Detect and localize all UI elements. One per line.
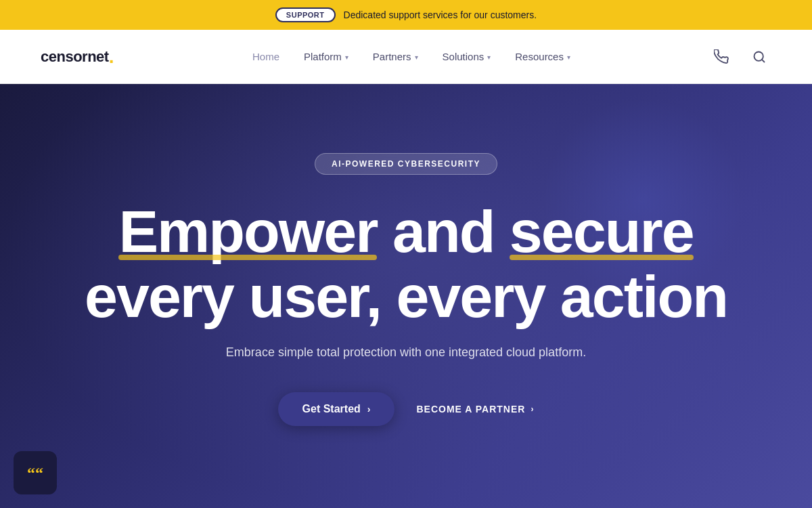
- hero-title-line2: every user, every action: [85, 267, 727, 326]
- nav-item-resources[interactable]: Resources ▾: [515, 51, 570, 62]
- search-button[interactable]: [747, 45, 771, 69]
- hero-cta-group: Get Started › BECOME A PARTNER ›: [278, 392, 535, 426]
- chevron-down-icon: ▾: [345, 54, 348, 61]
- announcement-bar: SUPPORT Dedicated support services for o…: [0, 0, 812, 30]
- nav-icon-group: [709, 45, 771, 69]
- hero-title: Empower and secure every user, every act…: [85, 202, 727, 326]
- logo-text: censornet: [41, 48, 109, 66]
- navbar: censornet. Home Platform ▾ Partners ▾ So…: [0, 30, 812, 84]
- support-badge[interactable]: SUPPORT: [275, 7, 336, 22]
- hero-word-empower: Empower: [118, 202, 377, 261]
- nav-menu: Home Platform ▾ Partners ▾ Solutions ▾ R…: [252, 51, 570, 62]
- announcement-text: Dedicated support services for our custo…: [344, 9, 537, 20]
- become-partner-button[interactable]: BECOME A PARTNER ›: [416, 404, 534, 415]
- hero-section: AI-POWERED CYBERSECURITY Empower and sec…: [0, 84, 812, 508]
- nav-item-partners[interactable]: Partners ▾: [373, 51, 418, 62]
- chevron-down-icon: ▾: [567, 54, 570, 61]
- hero-subtitle: Embrace simple total protection with one…: [226, 345, 586, 360]
- nav-item-solutions[interactable]: Solutions ▾: [443, 51, 491, 62]
- nav-item-home[interactable]: Home: [252, 51, 279, 62]
- logo[interactable]: censornet.: [41, 47, 114, 66]
- arrow-icon: ›: [531, 404, 534, 414]
- svg-line-1: [762, 59, 765, 62]
- search-icon: [752, 50, 766, 64]
- quote-icon: ““: [27, 465, 43, 481]
- quote-widget[interactable]: ““: [14, 451, 57, 494]
- get-started-button[interactable]: Get Started ›: [278, 392, 395, 426]
- logo-dot: .: [109, 47, 114, 66]
- hero-title-line1: Empower and secure: [85, 202, 727, 261]
- chevron-down-icon: ▾: [487, 54, 491, 61]
- hero-word-secure: secure: [510, 202, 694, 261]
- arrow-icon: ›: [367, 404, 371, 415]
- nav-item-platform[interactable]: Platform ▾: [304, 51, 348, 62]
- chevron-down-icon: ▾: [415, 54, 418, 61]
- hero-badge: AI-POWERED CYBERSECURITY: [315, 153, 497, 175]
- phone-button[interactable]: [709, 45, 734, 69]
- phone-icon: [714, 49, 729, 64]
